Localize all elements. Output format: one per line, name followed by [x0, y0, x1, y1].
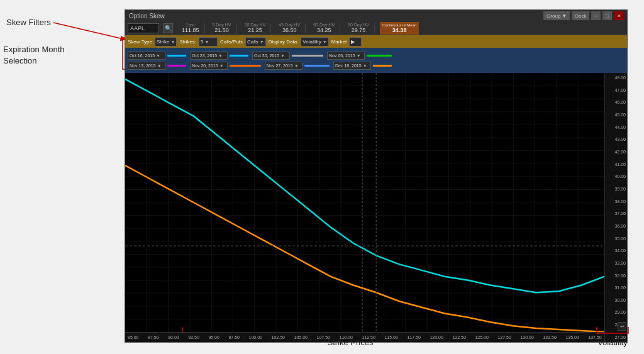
volatility-bracket: [594, 324, 631, 336]
svg-line-1: [53, 23, 123, 39]
y-axis: 48.0047.0046.0045.0044.0043.0042.0041.00…: [604, 73, 627, 342]
window-title: Option Skew: [129, 13, 165, 19]
last-stat: Last 111.85: [182, 23, 199, 33]
exp-dec18-dropdown[interactable]: Dec 18, 2015 ▼: [333, 62, 371, 70]
y-axis-label: 32.00: [606, 274, 626, 278]
x-axis-label: 85.00: [128, 335, 139, 340]
exp-row-2: Nov 13, 2015 ▼ Nov 20, 2015 ▼ Nov 27, 20…: [128, 62, 625, 70]
y-axis-label: 42.00: [606, 150, 626, 154]
x-axis-label: 135.00: [565, 335, 579, 340]
exp-nov27-color: [304, 65, 330, 67]
exp-item-nov20: Nov 20, 2015 ▼: [190, 62, 261, 70]
exp-item-oct16: Oct 16, 2015 ▼: [128, 52, 186, 60]
90day-hv-stat: 90 Day HV 29.75: [348, 23, 369, 33]
exp-dec18-color: [373, 65, 392, 67]
exp-item-nov06: Nov 06, 2015 ▼: [327, 52, 392, 60]
divider: [340, 23, 340, 33]
exp-item-dec18: Dec 18, 2015 ▼: [333, 62, 392, 70]
y-axis-label: 47.00: [606, 88, 626, 92]
exp-nov13-color: [167, 65, 186, 67]
expiration-toolbar: Oct 16, 2015 ▼ Oct 23, 2015 ▼ Oct 30, 20…: [125, 48, 627, 73]
exp-oct16-dropdown[interactable]: Oct 16, 2015 ▼: [128, 52, 165, 60]
exp-nov27-dropdown[interactable]: Nov 27, 2015 ▼: [265, 62, 303, 70]
exp-row-1: Oct 16, 2015 ▼ Oct 23, 2015 ▼ Oct 30, 20…: [128, 52, 625, 60]
y-axis-label: 45.00: [606, 113, 626, 117]
y-axis-label: 36.00: [606, 224, 626, 228]
search-button[interactable]: 🔍: [163, 23, 173, 33]
market-dropdown[interactable]: ▶: [349, 37, 362, 47]
volatility-label: Volatility: [597, 338, 628, 347]
exp-item-nov13: Nov 13, 2015 ▼: [128, 62, 186, 70]
y-axis-label: 38.00: [606, 199, 626, 204]
symbol-input[interactable]: [128, 23, 159, 33]
stats-toolbar: 🔍 Last 111.85 5 Day HV 21.50 20 Day HV 2…: [125, 21, 627, 35]
close-button[interactable]: ✕: [614, 11, 625, 20]
divider: [204, 23, 205, 33]
x-axis-label: 132.50: [543, 335, 556, 340]
divider: [305, 23, 306, 33]
iv-mean-box: Continuous IV Mean 34.38: [380, 22, 419, 35]
y-axis-label: 34.00: [606, 248, 626, 253]
exp-oct30-dropdown[interactable]: Oct 30, 2015 ▼: [252, 52, 290, 60]
exp-item-oct23: Oct 23, 2015 ▼: [190, 52, 248, 60]
y-axis-label: 40.00: [606, 174, 626, 179]
filters-toolbar: Skew Type Strike ▼ Strikes: 5 ▼ Calls/Pu…: [125, 35, 627, 48]
chart-svg: [125, 73, 604, 332]
app-window: Option Skew Group ▼ Dock − □ ✕ 🔍: [125, 9, 628, 343]
expiration-month-label: Expiration Month Selection: [3, 44, 65, 67]
exp-nov20-dropdown[interactable]: Nov 20, 2015 ▼: [190, 62, 228, 70]
calls-puts-dropdown[interactable]: Calls ▼: [245, 37, 266, 47]
exp-nov06-color: [367, 55, 392, 57]
y-axis-label: 48.00: [606, 75, 626, 80]
y-axis-label: 44.00: [606, 125, 626, 130]
cyan-curve: [125, 79, 604, 292]
exp-oct23-dropdown[interactable]: Oct 23, 2015 ▼: [190, 52, 228, 60]
minimize-button[interactable]: −: [591, 11, 601, 20]
strike-prices-label: Strike Prices: [328, 338, 374, 347]
y-axis-label: 46.00: [606, 100, 626, 104]
title-bar-controls: Group ▼ Dock − □ ✕: [543, 10, 625, 21]
y-axis-label: 35.00: [606, 236, 626, 241]
y-axis-label: 41.00: [606, 162, 626, 167]
divider: [270, 23, 271, 33]
strike-prices-annotation: Strike Prices: [176, 324, 525, 348]
divider: [374, 23, 375, 33]
y-axis-label: 31.00: [606, 285, 626, 290]
strike-prices-bracket: [176, 324, 525, 336]
divider: [236, 23, 237, 33]
volatility-annotation: Volatility: [587, 324, 638, 348]
maximize-button[interactable]: □: [602, 11, 612, 20]
exp-oct23-color: [230, 55, 248, 57]
chart-area: 48.0047.0046.0045.0044.0043.0042.0041.00…: [125, 73, 627, 342]
x-axis-label: 87.50: [148, 335, 159, 340]
y-axis-label: 43.00: [606, 137, 626, 141]
display-data-dropdown[interactable]: Volatility ▼: [301, 37, 328, 47]
dock-button[interactable]: Dock: [572, 11, 589, 20]
45day-hv-stat: 45 Day HV 36.50: [279, 23, 300, 33]
title-bar: Option Skew Group ▼ Dock − □ ✕: [125, 10, 627, 21]
skew-filters-label: Skew Filters: [6, 18, 51, 27]
exp-oct16-color: [167, 55, 186, 57]
exp-nov20-color: [230, 65, 261, 67]
y-axis-label: 37.00: [606, 211, 626, 216]
exp-nov13-dropdown[interactable]: Nov 13, 2015 ▼: [128, 62, 165, 70]
strikes-dropdown[interactable]: 5 ▼: [199, 37, 218, 47]
y-axis-label: 39.00: [606, 187, 626, 191]
y-axis-label: 30.00: [606, 298, 626, 302]
group-button[interactable]: Group ▼: [543, 11, 570, 20]
5day-hv-stat: 5 Day HV 21.50: [213, 23, 231, 33]
60day-hv-stat: 60 Day HV 34.25: [313, 23, 335, 33]
exp-item-nov27: Nov 27, 2015 ▼: [265, 62, 330, 70]
y-axis-label: 33.00: [606, 261, 626, 265]
20day-hv-stat: 20 Day HV 21.25: [245, 23, 266, 33]
skew-type-dropdown[interactable]: Strike ▼: [155, 37, 177, 47]
exp-nov06-dropdown[interactable]: Nov 06, 2015 ▼: [327, 52, 365, 60]
exp-item-oct30: Oct 30, 2015 ▼: [252, 52, 323, 60]
exp-oct30-color: [292, 55, 323, 57]
y-axis-label: 29.00: [606, 310, 626, 314]
